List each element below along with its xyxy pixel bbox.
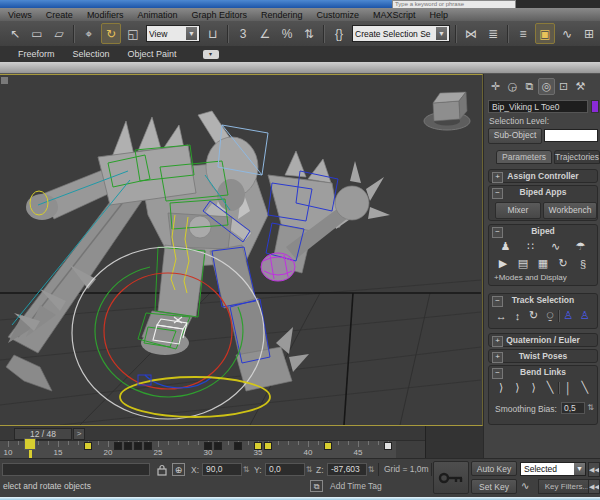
y-coordinate-field[interactable]: 0,0 [265, 463, 305, 476]
graphite-toggle-icon[interactable]: ▣ [535, 23, 555, 44]
biped-apps-rollout[interactable]: − Biped Apps Mixer Workbench [488, 185, 598, 221]
select-move-icon[interactable]: ⌖ [79, 23, 99, 44]
figure-mode-icon[interactable]: ♟ [498, 239, 514, 254]
animation-key[interactable] [324, 442, 332, 450]
menu-maxscript[interactable]: MAXScript [373, 10, 416, 20]
percent-snap-icon[interactable]: % [277, 23, 297, 44]
animation-key[interactable] [384, 442, 392, 450]
tab-utilities[interactable]: ⚒ [572, 78, 589, 95]
bend-links-rollout[interactable]: − Bend Links ⟩⟩⟩╲│╲ Smoothing Bias: 0,5 … [488, 365, 598, 425]
menu-create[interactable]: Create [46, 10, 73, 20]
collapse-icon[interactable]: − [492, 188, 503, 199]
move-all-mode-icon[interactable]: § [575, 256, 591, 271]
snap-toggle-icon[interactable]: 3 [233, 23, 253, 44]
body-horizontal-icon[interactable]: ↔ [493, 308, 509, 323]
twist-poses-rollout[interactable]: + Twist Poses [488, 349, 598, 363]
time-ruler[interactable]: 1015202530354045 [0, 440, 396, 459]
edit-named-selections-icon[interactable]: {} [329, 23, 349, 44]
selection-lock-icon[interactable] [156, 464, 168, 476]
time-tag-icon[interactable]: ⧉ [310, 480, 323, 492]
animation-key[interactable] [264, 442, 272, 450]
quaternion-euler-rollout[interactable]: + Quaternion / Euler [488, 333, 598, 347]
tab-modify[interactable]: ◶ [504, 78, 521, 95]
z-spinner[interactable]: ⇅ [367, 463, 375, 476]
motion-flow-mode-icon[interactable]: ∿ [548, 239, 564, 254]
dropdown-arrow-icon[interactable]: ▼ [574, 463, 585, 475]
animation-key[interactable] [124, 442, 132, 450]
parameters-tab[interactable]: Parameters [496, 150, 552, 164]
collapse-icon[interactable]: − [492, 227, 503, 238]
animation-key[interactable] [114, 442, 122, 450]
biped-playback-icon[interactable]: ▶ [495, 256, 511, 271]
save-file-icon[interactable]: ▦ [535, 256, 551, 271]
animation-key[interactable] [234, 442, 242, 450]
animation-key[interactable] [204, 442, 212, 450]
menu-views[interactable]: Views [8, 10, 32, 20]
collapse-icon[interactable]: − [492, 296, 503, 307]
maxscript-mini-listener[interactable] [2, 463, 150, 476]
absolute-mode-icon[interactable]: ⊕ [172, 463, 185, 476]
animation-key[interactable] [84, 442, 92, 450]
set-key-button[interactable]: Set Key [471, 479, 517, 494]
animation-key[interactable] [254, 442, 262, 450]
use-pivot-icon[interactable]: ⊔ [203, 23, 223, 44]
zero-all-icon[interactable]: ╲ [577, 380, 593, 395]
viewport-menu-icon[interactable] [1, 77, 8, 84]
mixer-button[interactable]: Mixer [495, 202, 541, 219]
perspective-viewport[interactable] [0, 74, 483, 426]
menu-graph-editors[interactable]: Graph Editors [191, 10, 247, 20]
sub-object-dropdown[interactable] [544, 129, 598, 142]
menu-rendering[interactable]: Rendering [261, 10, 303, 20]
opposite-icon[interactable]: ♙ [577, 308, 593, 323]
load-file-icon[interactable]: ▤ [515, 256, 531, 271]
curve-editor-icon[interactable]: ∿ [557, 23, 577, 44]
menu-animation[interactable]: Animation [137, 10, 177, 20]
smoothing-bias-field[interactable]: 0,5 [561, 402, 585, 414]
add-time-tag[interactable]: Add Time Tag [330, 481, 425, 491]
paint-select-icon[interactable]: ▱ [49, 23, 69, 44]
rect-select-icon[interactable]: ▭ [27, 23, 47, 44]
scene-dummy-cube[interactable] [424, 92, 470, 130]
workbench-button[interactable]: Workbench [543, 202, 597, 219]
y-spinner[interactable]: ⇅ [305, 463, 313, 476]
body-rotation-icon[interactable]: ↻ [526, 308, 542, 323]
footstep-mode-icon[interactable]: ∷ [523, 239, 539, 254]
time-slider[interactable] [24, 438, 36, 450]
align-icon[interactable]: ≣ [483, 23, 503, 44]
angle-snap-icon[interactable]: ∠ [255, 23, 275, 44]
twist-links-mode-icon[interactable]: ⟩ [526, 380, 542, 395]
animation-key[interactable] [144, 442, 152, 450]
menu-modifiers[interactable]: Modifiers [87, 10, 124, 20]
expand-icon[interactable]: + [492, 336, 503, 347]
next-frame-button[interactable]: > [73, 428, 85, 440]
tab-hierarchy[interactable]: ⧉ [521, 78, 538, 95]
smooth-twist-icon[interactable]: ╲ [542, 380, 558, 395]
smoothing-bias-spinner[interactable]: ⇅ [586, 402, 595, 414]
object-color-swatch[interactable] [591, 100, 599, 113]
go-to-start-button[interactable]: ◀◀ [588, 462, 600, 477]
zero-twist-icon[interactable]: │ [561, 380, 577, 395]
viewport-canvas[interactable] [0, 75, 481, 425]
tab-motion[interactable]: ◎ [538, 78, 555, 95]
tab-display[interactable]: ⊡ [555, 78, 572, 95]
assign-controller-rollout[interactable]: + Assign Controller [488, 169, 598, 183]
selection-set-dropdown[interactable]: Selected ▼ [520, 462, 586, 476]
reference-coordinate-dropdown[interactable]: View▼ [146, 25, 200, 42]
select-arrow-icon[interactable]: ↖ [5, 23, 25, 44]
ribbon-tab-object-paint[interactable]: Object Paint [128, 49, 177, 59]
mixer-mode-icon[interactable]: ☂ [573, 239, 589, 254]
x-spinner[interactable]: ⇅ [242, 463, 250, 476]
track-selection-rollout[interactable]: − Track Selection ↔↕↻⍜♙♙ [488, 293, 598, 329]
z-coordinate-field[interactable]: -87,603 [327, 463, 367, 476]
biped-rollout[interactable]: − Biped ♟∷∿☂ ▶▤▦↻§ +Modes and Display [488, 224, 598, 286]
auto-key-button[interactable]: Auto Key [471, 461, 517, 476]
default-in-out-tangent-icon[interactable]: ∿ [521, 480, 529, 491]
menu-help[interactable]: Help [430, 10, 449, 20]
layer-manager-icon[interactable]: ≡ [513, 23, 533, 44]
expand-icon[interactable]: + [492, 172, 503, 183]
menu-customize[interactable]: Customize [316, 10, 359, 20]
object-name-field[interactable]: Bip_Viking L Toe0 [488, 100, 588, 113]
set-keys-button[interactable] [433, 461, 469, 494]
ribbon-tab-selection[interactable]: Selection [73, 49, 110, 59]
mirror-icon[interactable]: ⋈ [461, 23, 481, 44]
